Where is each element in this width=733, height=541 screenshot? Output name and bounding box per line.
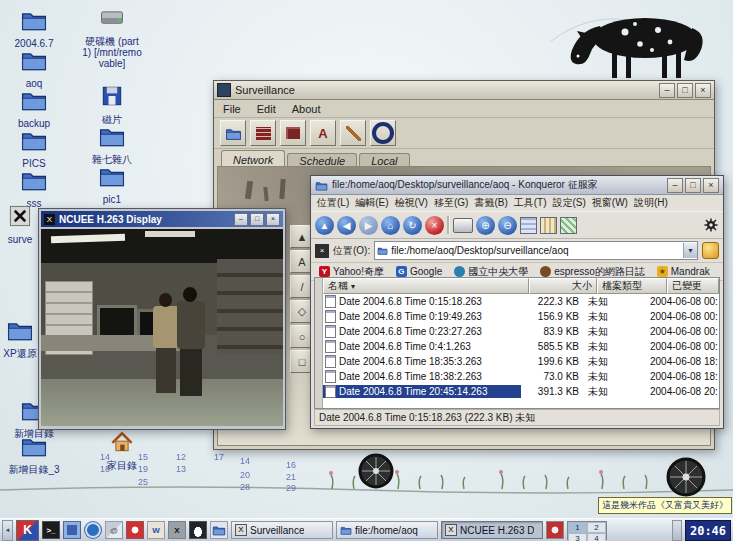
- applet-handle[interactable]: [672, 520, 682, 541]
- stop-icon[interactable]: ×: [425, 216, 444, 235]
- launcher-folder-icon[interactable]: [210, 521, 228, 539]
- tray-red-icon[interactable]: [546, 521, 564, 539]
- launcher-help-icon[interactable]: [126, 521, 144, 539]
- close-button[interactable]: ×: [695, 83, 711, 98]
- file-row-selected[interactable]: Date 2004.6.8 Time 20:45:14.263 391.3 KB…: [323, 384, 719, 399]
- pager-desktop-1[interactable]: 1: [568, 522, 587, 533]
- file-row[interactable]: Date 2004.6.8 Time 0:4:1.263 585.5 KB 未知…: [323, 339, 719, 354]
- menu-help[interactable]: 說明(H): [634, 196, 668, 210]
- menu-file[interactable]: File: [223, 103, 241, 115]
- back-icon[interactable]: ◀: [337, 216, 356, 235]
- close-button[interactable]: ×: [703, 178, 719, 193]
- desktop-icon-pics[interactable]: PICS: [6, 126, 62, 169]
- maximize-button[interactable]: □: [685, 178, 701, 193]
- minimize-button[interactable]: –: [667, 178, 683, 193]
- surveillance-titlebar[interactable]: Surveillance – □ ×: [214, 81, 714, 100]
- location-input[interactable]: file:/home/aoq/Desktop/surveillance/aoq …: [374, 241, 698, 260]
- lens-icon[interactable]: [370, 120, 396, 146]
- desktop-icon-2004-6-7[interactable]: 2004.6.7: [6, 6, 62, 49]
- taskbar-item-konqueror[interactable]: file:/home/aoq: [336, 521, 438, 539]
- go-icon[interactable]: [702, 242, 719, 259]
- launcher-terminal-icon[interactable]: >_: [42, 521, 60, 539]
- minimize-button[interactable]: –: [234, 213, 248, 226]
- icon-label: surve: [0, 234, 40, 245]
- launcher-konqueror-icon[interactable]: [84, 521, 102, 539]
- sidebar-splitter[interactable]: [315, 278, 323, 408]
- launcher-penguin-icon[interactable]: [189, 521, 207, 539]
- column-header-type[interactable]: 檔案類型: [597, 278, 667, 294]
- pen-tool-icon[interactable]: [340, 120, 366, 146]
- ncuee-titlebar[interactable]: X NCUEE H.263 Display – □ ×: [41, 211, 283, 227]
- menu-bookmarks[interactable]: 書籤(B): [474, 196, 507, 210]
- file-modified: 2004-06-08 00:: [648, 296, 719, 307]
- menu-location[interactable]: 位置(L): [317, 196, 349, 210]
- menu-edit[interactable]: 編輯(E): [355, 196, 388, 210]
- crt-monitor: [97, 305, 137, 339]
- column-header-modified[interactable]: 已變更: [667, 278, 719, 294]
- menu-go[interactable]: 移至(G): [434, 196, 468, 210]
- forward-icon[interactable]: ▶: [359, 216, 378, 235]
- clock[interactable]: 20:46: [685, 520, 731, 541]
- file-row[interactable]: Date 2004.6.8 Time 18:35:3.263 199.6 KB …: [323, 354, 719, 369]
- up-icon[interactable]: ▲: [315, 216, 334, 235]
- konqueror-titlebar[interactable]: file:/home/aoq/Desktop/surveillance/aoq …: [311, 176, 723, 195]
- launcher-kmail-icon[interactable]: @: [105, 521, 123, 539]
- menu-window[interactable]: 視窗(W): [592, 196, 628, 210]
- multicolumn-view-icon[interactable]: [540, 217, 557, 234]
- menu-about[interactable]: About: [292, 103, 321, 115]
- launcher-xapp-icon[interactable]: X: [168, 521, 186, 539]
- panel-hide-button[interactable]: ◂: [2, 520, 13, 541]
- file-row[interactable]: Date 2004.6.8 Time 0:23:27.263 83.9 KB 未…: [323, 324, 719, 339]
- konqueror-location-bar: × 位置(O): file:/home/aoq/Desktop/surveill…: [311, 239, 723, 263]
- zoom-in-icon[interactable]: ⊕: [476, 216, 495, 235]
- file-row[interactable]: Date 2004.6.8 Time 0:15:18.263 222.3 KB …: [323, 294, 719, 309]
- zoom-out-icon[interactable]: ⊖: [498, 216, 517, 235]
- desktop-icon-misc[interactable]: 雜七雜八: [82, 122, 142, 165]
- desktop-icon-harddisk[interactable]: 硬碟機 (part1) [/mnt/removable]: [82, 4, 142, 69]
- taskbar-item-ncuee[interactable]: X NCUEE H.263 D: [441, 521, 543, 539]
- home-icon[interactable]: ⌂: [381, 216, 400, 235]
- icon-view-icon[interactable]: [520, 217, 537, 234]
- reload-icon[interactable]: ↻: [403, 216, 422, 235]
- print-icon[interactable]: [453, 218, 473, 233]
- text-tool-icon[interactable]: A: [310, 120, 336, 146]
- menu-edit[interactable]: Edit: [257, 103, 276, 115]
- maximize-button[interactable]: □: [250, 213, 264, 226]
- desktop-icon-backup[interactable]: backup: [6, 86, 62, 129]
- bookmark-google[interactable]: G Google: [396, 266, 442, 277]
- location-dropdown-icon[interactable]: ▾: [683, 243, 697, 258]
- desktop-icon-surveillance[interactable]: surve: [0, 202, 40, 245]
- detail-view-icon[interactable]: [560, 217, 577, 234]
- desktop-icon-aoq[interactable]: aoq: [6, 46, 62, 89]
- file-row[interactable]: Date 2004.6.8 Time 0:19:49.263 156.9 KB …: [323, 309, 719, 324]
- launcher-office-icon[interactable]: W: [147, 521, 165, 539]
- maximize-button[interactable]: □: [677, 83, 693, 98]
- pager-desktop-3[interactable]: 3: [568, 533, 587, 541]
- column-header-size[interactable]: 大小: [529, 278, 597, 294]
- file-type: 未知: [583, 370, 648, 384]
- desktop-icon-floppy[interactable]: 磁片: [82, 82, 142, 125]
- menu-tools[interactable]: 工具(T): [514, 196, 547, 210]
- pager-desktop-2[interactable]: 2: [587, 522, 606, 533]
- column-header-name[interactable]: 名稱 ▾: [323, 278, 529, 294]
- minimize-button[interactable]: –: [659, 83, 675, 98]
- bookmark-mandrake[interactable]: ★ Mandrak: [657, 266, 710, 277]
- taskbar-item-surveillance[interactable]: X Surveillance: [231, 521, 333, 539]
- open-folder-icon[interactable]: [220, 120, 246, 146]
- menu-settings[interactable]: 設定(S): [553, 196, 586, 210]
- desktop-icon-new-folder-3[interactable]: 新增目錄_3: [6, 432, 62, 475]
- desktop-icon-home[interactable]: 家目錄: [94, 428, 150, 471]
- location-value: file:/home/aoq/Desktop/surveillance/aoq: [391, 245, 680, 256]
- capture-grid-icon[interactable]: [250, 120, 276, 146]
- desktop-icon-xp[interactable]: XP還原: [0, 316, 40, 359]
- pager-desktop-4[interactable]: 4: [587, 533, 606, 541]
- column-headers: 名稱 ▾ 大小 檔案類型 已變更: [323, 278, 719, 294]
- menu-view[interactable]: 檢視(V): [395, 196, 428, 210]
- launcher-show-desktop-icon[interactable]: [63, 521, 81, 539]
- desktop-icon-pic1[interactable]: pic1: [82, 162, 142, 205]
- k-menu-button[interactable]: K: [16, 520, 39, 541]
- clear-location-icon[interactable]: ×: [315, 244, 329, 258]
- file-row[interactable]: Date 2004.6.8 Time 18:38:2.263 73.0 KB 未…: [323, 369, 719, 384]
- record-icon[interactable]: [280, 120, 306, 146]
- close-button[interactable]: ×: [266, 213, 280, 226]
